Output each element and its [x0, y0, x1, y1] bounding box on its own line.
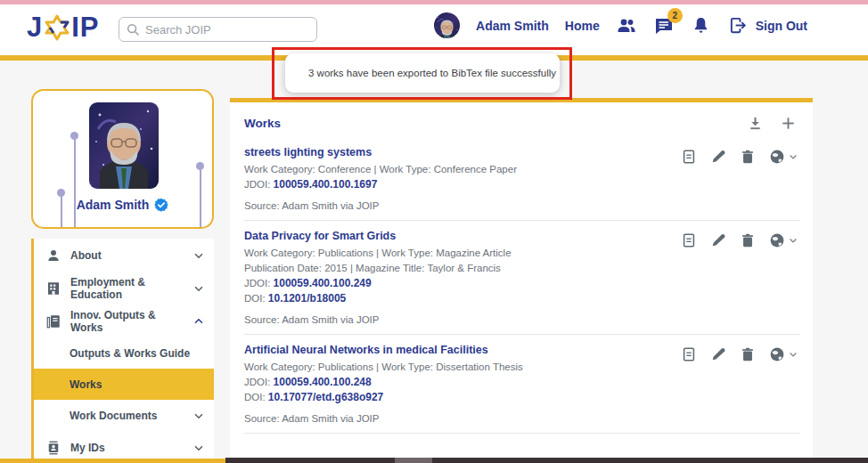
sign-out-icon	[728, 15, 749, 36]
plus-icon[interactable]	[780, 115, 797, 132]
building-icon	[45, 280, 61, 296]
decorative-pin	[70, 132, 78, 229]
chevron-up-icon	[192, 315, 205, 328]
work-source: Source: Adam Smith via JOIP	[244, 314, 681, 325]
logo-letter-j: J	[27, 12, 43, 44]
chevron-down-icon	[192, 442, 205, 454]
bell-icon[interactable]	[691, 15, 712, 37]
work-row-actions	[681, 344, 798, 424]
edit-pencil-icon[interactable]	[710, 346, 726, 362]
work-title[interactable]: Data Privacy for Smart Grids	[244, 230, 681, 242]
sidebar-menu: About Employment & Education	[31, 239, 214, 459]
globe-icon	[769, 232, 785, 248]
download-icon[interactable]	[747, 115, 764, 132]
work-meta: Work Category: Publications | Work Type:…	[244, 246, 681, 261]
search-box[interactable]	[119, 17, 317, 42]
file-icon[interactable]	[681, 346, 697, 362]
trash-icon[interactable]	[740, 232, 756, 248]
work-jdoi: JDOI: 100059.400.100.1697	[244, 177, 681, 192]
work-source: Source: Adam Smith via JOIP	[244, 413, 681, 424]
work-row: streets lighting systems Work Category: …	[230, 137, 813, 211]
chevron-down-icon	[788, 235, 798, 246]
sidebar-item-innov-outputs-works[interactable]: Innov. Outputs & Works	[34, 305, 214, 337]
sidebar-item-about[interactable]: About	[34, 239, 214, 272]
globe-icon	[769, 346, 785, 362]
header-user-name[interactable]: Adam Smith	[476, 19, 549, 33]
work-row-actions	[681, 230, 798, 325]
logo-letters-ip: IP	[71, 12, 99, 44]
work-jdoi: JDOI: 100059.400.100.249	[244, 276, 681, 291]
sign-out-label: Sign Out	[756, 19, 807, 33]
work-title[interactable]: Artificial Neural Networks in medical Fa…	[244, 344, 681, 356]
scrollbar-thumb[interactable]	[395, 458, 432, 463]
app-window: J IP Adam Smith Home	[0, 0, 868, 463]
documents-icon	[45, 313, 61, 329]
id-card-icon	[45, 439, 61, 456]
verified-badge-icon	[154, 198, 168, 212]
messages-icon[interactable]: 2	[653, 15, 675, 37]
magnifier-icon	[127, 23, 140, 37]
sidebar-item-outputs-works-guide[interactable]: Outputs & Works Guide	[34, 337, 214, 369]
chevron-down-icon	[192, 249, 205, 262]
row-divider	[244, 433, 800, 434]
work-row-actions	[681, 146, 798, 211]
globe-icon	[769, 149, 785, 165]
visibility-control[interactable]	[769, 232, 798, 248]
search-input[interactable]	[145, 23, 309, 37]
success-toast: 3 works have been exported to BibTex fil…	[285, 53, 560, 93]
edit-pencil-icon[interactable]	[710, 232, 726, 248]
person-icon	[45, 247, 61, 264]
sidebar-item-works[interactable]: Works	[34, 369, 214, 400]
sign-out-button[interactable]: Sign Out	[728, 15, 807, 36]
work-meta: Work Category: Publications | Work Type:…	[244, 360, 681, 375]
people-icon[interactable]	[616, 15, 637, 37]
chevron-down-icon	[788, 151, 798, 162]
toast-message: 3 works have been exported to BibTex fil…	[308, 68, 556, 78]
chevron-down-icon	[788, 349, 798, 360]
trash-icon[interactable]	[740, 149, 756, 165]
work-row: Data Privacy for Smart Grids Work Catego…	[230, 221, 813, 325]
work-doi: DOI: 10.17077/etd.g638o927	[244, 390, 681, 405]
visibility-control[interactable]	[769, 346, 798, 362]
work-doi: DOI: 10.1201/b18005	[244, 291, 681, 306]
works-panel: Works streets lighting systems Work Cate…	[230, 98, 813, 458]
user-avatar[interactable]	[434, 12, 460, 38]
decorative-pin	[196, 162, 204, 229]
header-right-nav: Adam Smith Home 2	[434, 12, 807, 38]
file-icon[interactable]	[681, 149, 697, 165]
edit-pencil-icon[interactable]	[710, 149, 726, 165]
bottom-yellow-strip	[0, 459, 225, 463]
chevron-down-icon	[192, 410, 205, 422]
horizontal-scrollbar[interactable]	[225, 458, 868, 463]
joip-logo[interactable]: J IP	[27, 12, 100, 44]
work-meta: Work Category: Conference | Work Type: C…	[244, 162, 681, 177]
logo-star-icon	[44, 14, 70, 41]
trash-icon[interactable]	[740, 346, 756, 362]
chevron-down-icon	[192, 282, 205, 295]
sidebar-item-work-documents[interactable]: Work Documents	[34, 400, 214, 431]
profile-name: Adam Smith	[77, 198, 150, 212]
messages-count-badge: 2	[667, 8, 683, 23]
visibility-control[interactable]	[769, 149, 798, 165]
profile-card: Adam Smith	[31, 89, 214, 229]
work-title[interactable]: streets lighting systems	[244, 146, 681, 158]
sidebar-item-employment-education[interactable]: Employment & Education	[34, 272, 214, 305]
profile-photo	[89, 102, 159, 189]
works-panel-title: Works	[244, 117, 747, 130]
work-source: Source: Adam Smith via JOIP	[244, 200, 681, 211]
home-link[interactable]: Home	[565, 19, 600, 33]
work-row: Artificial Neural Networks in medical Fa…	[230, 335, 813, 424]
work-meta: Publication Date: 2015 | Magazine Title:…	[244, 261, 681, 276]
work-jdoi: JDOI: 100059.400.100.248	[244, 375, 681, 390]
file-icon[interactable]	[681, 232, 697, 248]
